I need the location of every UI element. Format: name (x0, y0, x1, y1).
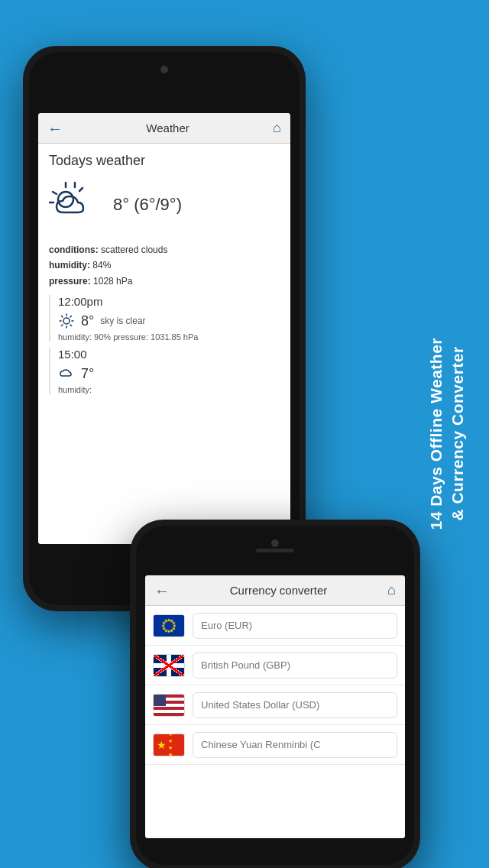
currency-screen: ← Currency converter ⌂ (145, 575, 405, 838)
svg-point-6 (63, 318, 70, 324)
side-text: 14 Days Offline Weather & Currency Conve… (426, 338, 469, 530)
weather-conditions: conditions: scattered clouds humidity: 8… (49, 242, 280, 289)
currency-speaker (256, 549, 294, 552)
china-stars-small: ★ ★ ★ ★ (168, 734, 173, 756)
flag-cn: ★ ★ ★ ★ ★ (153, 734, 185, 756)
time-15-label: 15:00 (58, 348, 280, 361)
svg-line-11 (62, 316, 63, 318)
currency-row-gbp (145, 646, 405, 685)
time-noon-temp: 8° (81, 313, 94, 329)
cloud-icon-small (58, 365, 75, 382)
currency-camera-dot (271, 539, 279, 547)
pressure-label: pressure: (49, 276, 91, 287)
weather-home-button[interactable]: ⌂ (273, 120, 281, 136)
humidity-label: humidity: (49, 260, 90, 270)
humidity-value: 84% (92, 260, 111, 270)
flag-uk (153, 654, 185, 677)
currency-input-cny[interactable] (193, 732, 397, 758)
time-15-humidity: humidity: (58, 385, 280, 394)
weather-page-title: Todays weather (49, 153, 280, 169)
china-star-small-3: ★ (168, 745, 173, 751)
weather-temperature: 8° (6°/9°) (113, 195, 182, 215)
weather-back-button[interactable]: ← (47, 121, 63, 136)
currency-input-gbp[interactable] (193, 653, 397, 679)
svg-point-5 (58, 192, 73, 207)
weather-nav-bar: ← Weather ⌂ (38, 113, 290, 144)
currency-content: ★ ★ ★ ★ ★ (145, 606, 405, 838)
time-noon-row: 8° sky is clear (58, 313, 280, 329)
time-noon-humidity: humidity: 90% pressure: 1031.85 hPa (58, 332, 280, 342)
svg-line-13 (70, 316, 72, 318)
weather-nav-title: Weather (146, 121, 189, 134)
sun-icon-small (58, 313, 75, 329)
weather-screen: ← Weather ⌂ Todays weather (38, 113, 290, 544)
currency-row-usd (145, 685, 405, 725)
phone-currency-body: ← Currency converter ⌂ (136, 526, 414, 865)
pressure-value: 1028 hPa (93, 276, 132, 287)
flag-eu (153, 614, 185, 637)
phone-currency: ← Currency converter ⌂ (130, 520, 420, 868)
currency-input-eur[interactable] (193, 613, 397, 639)
time-noon-label: 12:00pm (58, 295, 280, 308)
conditions-value: scattered clouds (101, 245, 167, 255)
svg-line-14 (62, 325, 63, 326)
time-block-noon: 12:00pm (49, 295, 280, 342)
china-star-small-1: ★ (168, 734, 173, 738)
svg-line-1 (53, 192, 57, 194)
weather-icon (49, 178, 102, 232)
china-star-small-2: ★ (168, 738, 173, 744)
currency-row-cny: ★ ★ ★ ★ ★ (145, 725, 405, 765)
currency-home-button[interactable]: ⌂ (387, 582, 396, 598)
flag-us (153, 694, 185, 717)
currency-nav-title: Currency converter (230, 584, 328, 597)
currency-back-button[interactable]: ← (154, 583, 170, 598)
time-15-temp: 7° (81, 366, 94, 382)
weather-content: Todays weather (38, 144, 290, 544)
currency-input-usd[interactable] (193, 692, 397, 718)
currency-row-eur (145, 606, 405, 646)
svg-line-12 (70, 325, 72, 326)
china-star-small-4: ★ (168, 752, 173, 756)
camera-dot (160, 66, 168, 73)
time-block-15: 15:00 7° humidity: (49, 348, 280, 394)
conditions-label: conditions: (49, 245, 99, 255)
china-star-big: ★ (157, 739, 167, 751)
time-15-row: 7° (58, 365, 280, 382)
time-noon-desc: sky is clear (100, 316, 145, 326)
currency-nav-bar: ← Currency converter ⌂ (145, 575, 405, 606)
svg-line-4 (79, 188, 83, 191)
weather-main-section: 8° (6°/9°) (49, 178, 280, 232)
